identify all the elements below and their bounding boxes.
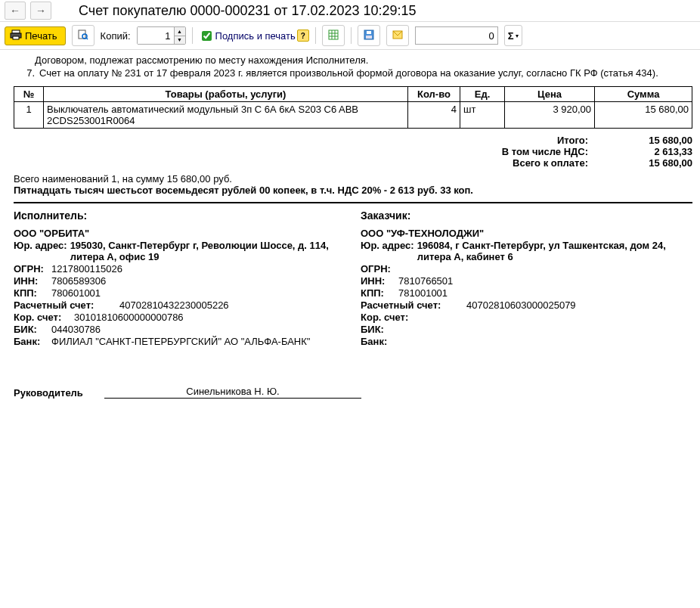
th-unit: Ед.	[460, 87, 505, 102]
spreadsheet-icon	[328, 29, 339, 42]
customer-name: ООО "УФ-ТЕХНОЛОДЖИ"	[361, 228, 692, 239]
th-price: Цена	[505, 87, 595, 102]
cust-addr: 196084, г Санкт-Петербург, ул Ташкентска…	[417, 240, 692, 262]
printer-icon	[10, 29, 22, 42]
dropdown-icon: ▾	[516, 33, 519, 39]
copies-label: Копий:	[101, 30, 131, 42]
cell-name: Выключатель автоматический модульный 3п …	[44, 102, 408, 129]
exec-ogrn-label: ОГРН:	[14, 263, 51, 275]
page-title: Счет покупателю 0000-000231 от 17.02.202…	[79, 3, 417, 19]
cust-bank	[398, 336, 692, 347]
copies-spinner[interactable]: ▲ ▼	[137, 26, 186, 45]
cust-kor-label: Кор. счет:	[361, 312, 421, 323]
floppy-icon	[364, 29, 374, 42]
executor-name: ООО "ОРБИТА"	[14, 228, 345, 239]
arrow-right-icon: →	[36, 5, 46, 17]
nav-back-button[interactable]: ←	[5, 2, 26, 20]
exec-kpp-label: КПП:	[14, 287, 51, 299]
exec-bik: 044030786	[51, 324, 345, 335]
exec-bik-label: БИК:	[14, 324, 51, 335]
exec-ogrn: 1217800115026	[51, 263, 345, 275]
summary-count-line: Всего наименований 1, на сумму 15 680,00…	[14, 173, 692, 185]
cust-kpp-label: КПП:	[361, 287, 398, 299]
nds-value: 2 613,33	[602, 146, 692, 157]
sigma-button[interactable]: Σ ▾	[504, 25, 522, 46]
cust-inn-label: ИНН:	[361, 275, 398, 287]
th-qty: Кол-во	[408, 87, 460, 102]
cell-sum: 15 680,00	[595, 102, 692, 129]
exec-inn: 7806589306	[51, 275, 345, 287]
total-label: Всего к оплате:	[513, 157, 602, 169]
cust-kpp: 781001001	[398, 287, 692, 299]
exec-kor: 30101810600000000786	[74, 312, 345, 323]
cust-ogrn	[398, 263, 692, 275]
svg-line-5	[86, 38, 88, 39]
th-num: №	[14, 87, 44, 102]
separator	[192, 27, 193, 44]
arrow-left-icon: ←	[10, 5, 20, 17]
preview-button[interactable]	[72, 25, 94, 46]
cust-inn: 7810766501	[398, 275, 692, 287]
leader-name: Синельникова Н. Ю.	[104, 386, 361, 399]
exec-addr: 195030, Санкт-Петербург г, Революции Шос…	[70, 240, 345, 262]
spinner-up[interactable]: ▲	[175, 27, 185, 36]
cell-price: 3 920,00	[505, 102, 595, 129]
sum-input[interactable]	[415, 26, 498, 45]
th-sum: Сумма	[595, 87, 692, 102]
total-value: 15 680,00	[602, 157, 692, 169]
exec-kpp: 780601001	[51, 287, 345, 299]
svg-rect-0	[12, 30, 20, 33]
svg-rect-12	[367, 31, 371, 34]
svg-rect-6	[329, 30, 338, 39]
items-table: № Товары (работы, услуги) Кол-во Ед. Цен…	[14, 86, 692, 129]
sign-stamp-checkbox[interactable]	[202, 31, 212, 41]
exec-kor-label: Кор. счет:	[14, 312, 74, 323]
sigma-icon: Σ	[508, 30, 514, 42]
exec-addr-label: Юр. адрес:	[14, 240, 67, 262]
copies-input[interactable]	[138, 27, 174, 44]
cust-bik	[398, 324, 692, 335]
help-icon[interactable]: ?	[297, 29, 309, 42]
exec-bank-label: Банк:	[14, 336, 51, 347]
save-button[interactable]	[358, 25, 380, 46]
executor-title: Исполнитель:	[14, 209, 345, 222]
cell-num: 1	[14, 102, 44, 129]
svg-rect-2	[13, 36, 19, 39]
nds-label: В том числе НДС:	[502, 146, 602, 157]
nav-forward-button[interactable]: →	[30, 2, 51, 20]
clause-text: Счет на оплату № 231 от 17 февраля 2023 …	[39, 67, 692, 79]
cust-ogrn-label: ОГРН:	[361, 263, 398, 275]
cust-bank-label: Банк:	[361, 336, 398, 347]
exec-acc: 40702810432230005226	[119, 299, 345, 311]
print-button[interactable]: Печать	[5, 26, 66, 45]
svg-rect-13	[366, 36, 372, 39]
sign-stamp-label[interactable]: Подпись и печать	[215, 30, 296, 42]
pre-context-line: Договором, подлежат рассмотрению по мест…	[35, 54, 692, 66]
spinner-down[interactable]: ▼	[175, 36, 185, 45]
separator	[351, 27, 352, 44]
cust-bik-label: БИК:	[361, 324, 398, 335]
itogo-value: 15 680,00	[602, 135, 692, 146]
cell-qty: 4	[408, 102, 460, 129]
cust-acc: 40702810603000025079	[466, 299, 692, 311]
th-goods: Товары (работы, услуги)	[44, 87, 408, 102]
magnifier-icon	[78, 29, 88, 42]
divider	[14, 202, 692, 203]
leader-label: Руководитель	[14, 387, 104, 399]
summary-words-line: Пятнадцать тысяч шестьсот восемьдесят ру…	[14, 185, 692, 196]
separator	[315, 27, 316, 44]
exec-acc-label: Расчетный счет:	[14, 299, 119, 311]
cust-acc-label: Расчетный счет:	[361, 299, 466, 311]
itogo-label: Итого:	[557, 135, 602, 146]
envelope-icon	[392, 30, 403, 42]
table-row: 1 Выключатель автоматический модульный 3…	[14, 102, 692, 129]
customer-title: Заказчик:	[361, 209, 692, 222]
exec-bank: ФИЛИАЛ "САНКТ-ПЕТЕРБУРГСКИЙ" АО "АЛЬФА-Б…	[51, 336, 345, 347]
cell-unit: шт	[460, 102, 505, 129]
print-label: Печать	[25, 30, 57, 42]
spreadsheet-button[interactable]	[322, 25, 345, 46]
cust-kor	[421, 312, 692, 323]
clause-number: 7.	[14, 67, 39, 79]
email-button[interactable]	[386, 25, 409, 46]
cust-addr-label: Юр. адрес:	[361, 240, 414, 262]
